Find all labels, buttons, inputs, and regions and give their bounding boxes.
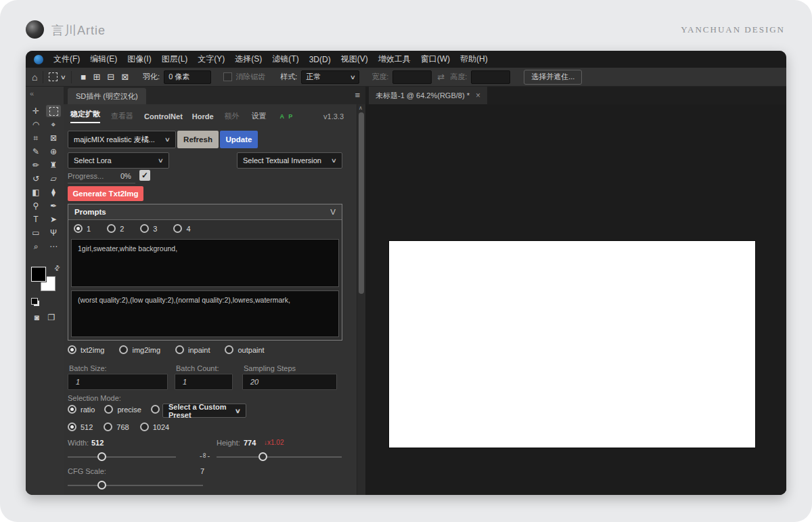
marquee-tool-icon[interactable] xyxy=(46,105,61,117)
menu-3d[interactable]: 3D(D) xyxy=(309,55,331,64)
select-and-mask-button[interactable]: 选择并遮住... xyxy=(524,70,582,85)
style-select[interactable]: 正常 ∨ xyxy=(301,70,359,84)
prompt-slot-3[interactable]: 3 xyxy=(140,224,157,233)
scrollbar-thumb[interactable] xyxy=(359,112,364,294)
height-slider-thumb[interactable] xyxy=(258,452,267,461)
lora-select[interactable]: Select Lora ∨ xyxy=(68,152,169,169)
menu-file[interactable]: 文件(F) xyxy=(53,53,80,65)
history-brush-tool-icon[interactable]: ↺ xyxy=(28,173,43,185)
size-512[interactable]: 512 xyxy=(68,422,93,431)
width-slider[interactable] xyxy=(68,456,176,458)
tab-extras[interactable]: 额外 xyxy=(225,111,240,121)
height-input[interactable] xyxy=(471,70,510,84)
menu-type[interactable]: 文字(Y) xyxy=(198,53,225,65)
quick-mask-icon[interactable]: ◙ xyxy=(35,313,39,322)
eraser-tool-icon[interactable]: ▱ xyxy=(46,173,61,185)
zoom-tool-icon[interactable]: ⌕ xyxy=(28,240,43,253)
healing-brush-tool-icon[interactable]: ⊕ xyxy=(46,146,61,158)
brush-tool-icon[interactable]: ✏ xyxy=(28,159,43,171)
home-icon[interactable]: ⌂ xyxy=(32,72,37,83)
blur-tool-icon[interactable]: ⧫ xyxy=(46,186,61,198)
intersect-selection-icon[interactable]: ⊠ xyxy=(121,72,129,82)
menu-plugins[interactable]: 增效工具 xyxy=(378,53,411,65)
document-tab[interactable]: 未标题-1 @ 64.2%(RGB/8) * × xyxy=(369,87,487,104)
cfg-slider-thumb[interactable] xyxy=(97,481,106,490)
mode-txt2img[interactable]: txt2img xyxy=(68,345,104,354)
prompt-slot-2[interactable]: 2 xyxy=(107,224,124,233)
menu-window[interactable]: 窗口(W) xyxy=(421,53,450,65)
positive-prompt-input[interactable]: 1girl,sweater,white background, xyxy=(71,239,339,287)
batch-count-input[interactable]: 1 xyxy=(175,374,233,390)
batch-size-input[interactable]: 1 xyxy=(68,374,168,390)
gradient-tool-icon[interactable]: ◧ xyxy=(28,186,43,198)
avatar[interactable] xyxy=(26,20,44,39)
path-select-tool-icon[interactable]: ➤ xyxy=(46,213,61,225)
type-tool-icon[interactable]: T xyxy=(28,213,43,225)
slice-tool-icon[interactable]: ⊠ xyxy=(46,132,61,144)
prompts-collapse-icon[interactable]: V xyxy=(330,208,336,216)
refresh-button[interactable]: Refresh xyxy=(177,131,219,148)
color-swatches[interactable] xyxy=(31,267,58,294)
menu-layer[interactable]: 图层(L) xyxy=(162,53,188,65)
panel-tab[interactable]: SD插件 (明空汉化) xyxy=(68,88,146,104)
width-slider-thumb[interactable] xyxy=(97,452,106,461)
dodge-tool-icon[interactable]: ⚲ xyxy=(28,200,43,212)
hand-tool-icon[interactable]: Ψ xyxy=(46,227,61,239)
model-select[interactable]: majicMIX realistic 麦橘... ∨ xyxy=(68,131,176,148)
tab-viewer[interactable]: 查看器 xyxy=(111,111,133,121)
tab-horde[interactable]: Horde xyxy=(192,112,214,121)
mode-inpaint[interactable]: inpaint xyxy=(175,345,210,354)
add-selection-icon[interactable]: ⊞ xyxy=(93,72,100,82)
link-dimensions-icon[interactable]: ‑∞‑ xyxy=(200,452,210,460)
width-input[interactable] xyxy=(392,70,432,84)
foreground-color[interactable] xyxy=(31,267,46,282)
default-colors-icon[interactable] xyxy=(31,298,39,306)
document-canvas[interactable] xyxy=(389,241,755,448)
menu-help[interactable]: 帮助(H) xyxy=(460,53,488,65)
cfg-slider[interactable] xyxy=(68,485,203,486)
mode-outpaint[interactable]: outpaint xyxy=(225,345,264,354)
textual-inversion-select[interactable]: Select Textual Inversion ∨ xyxy=(237,152,342,169)
custom-preset-select[interactable]: Select a Custom Preset ∨ xyxy=(162,404,246,418)
panel-menu-icon[interactable]: ≡ xyxy=(355,90,360,100)
menu-view[interactable]: 视图(V) xyxy=(341,53,368,65)
new-selection-icon[interactable]: ◼ xyxy=(81,73,86,81)
eyedropper-tool-icon[interactable]: ✎ xyxy=(28,146,43,158)
feather-input[interactable]: 0 像素 xyxy=(164,70,211,84)
tab-settings[interactable]: 设置 xyxy=(252,111,267,121)
live-preview-checkbox[interactable]: ✓ xyxy=(139,170,150,181)
object-selection-tool-icon[interactable]: ⌖ xyxy=(46,118,61,131)
selection-mode-ratio[interactable]: ratio xyxy=(68,405,95,414)
antialias-checkbox[interactable] xyxy=(223,72,232,81)
panel-scrollbar[interactable]: ∧ xyxy=(357,104,365,495)
sampling-steps-input[interactable]: 20 xyxy=(242,374,337,390)
crop-tool-icon[interactable]: ⌗ xyxy=(28,132,43,144)
size-768[interactable]: 768 xyxy=(104,422,129,431)
pen-tool-icon[interactable]: ✒ xyxy=(46,200,61,212)
scroll-up-icon[interactable]: ∧ xyxy=(359,105,363,111)
menu-filter[interactable]: 滤镜(T) xyxy=(272,53,298,65)
update-button[interactable]: Update xyxy=(220,131,258,148)
size-1024[interactable]: 1024 xyxy=(140,422,169,431)
prompt-slot-4[interactable]: 4 xyxy=(173,224,190,233)
subtract-selection-icon[interactable]: ⊟ xyxy=(107,72,114,82)
tool-preset-marquee-icon[interactable] xyxy=(49,72,58,81)
tab-stable-diffusion[interactable]: 稳定扩散 xyxy=(70,109,100,123)
swap-dimensions-icon[interactable]: ⇄ xyxy=(437,72,445,82)
selection-mode-precise[interactable]: precise xyxy=(104,405,141,414)
toolbar-collapse-icon[interactable]: « xyxy=(30,89,34,97)
clone-stamp-tool-icon[interactable]: ♜ xyxy=(46,159,61,171)
mode-img2img[interactable]: img2img xyxy=(119,345,160,354)
close-icon[interactable]: × xyxy=(476,91,480,100)
menu-image[interactable]: 图像(I) xyxy=(127,53,151,65)
screen-mode-icon[interactable]: ❐ xyxy=(48,313,55,322)
tab-controlnet[interactable]: ControlNet xyxy=(144,112,183,121)
tool-preset-caret-icon[interactable]: ∨ xyxy=(60,74,66,81)
prompt-slot-1[interactable]: 1 xyxy=(74,224,91,233)
height-slider[interactable] xyxy=(217,456,342,458)
menu-select[interactable]: 选择(S) xyxy=(235,53,262,65)
negative-prompt-input[interactable]: (worst quality:2),(low quality:2),(norma… xyxy=(71,290,339,337)
lasso-tool-icon[interactable]: ◠ xyxy=(28,118,43,131)
more-tools-icon[interactable]: ⋯ xyxy=(46,240,61,253)
shape-tool-icon[interactable]: ▭ xyxy=(28,227,43,239)
